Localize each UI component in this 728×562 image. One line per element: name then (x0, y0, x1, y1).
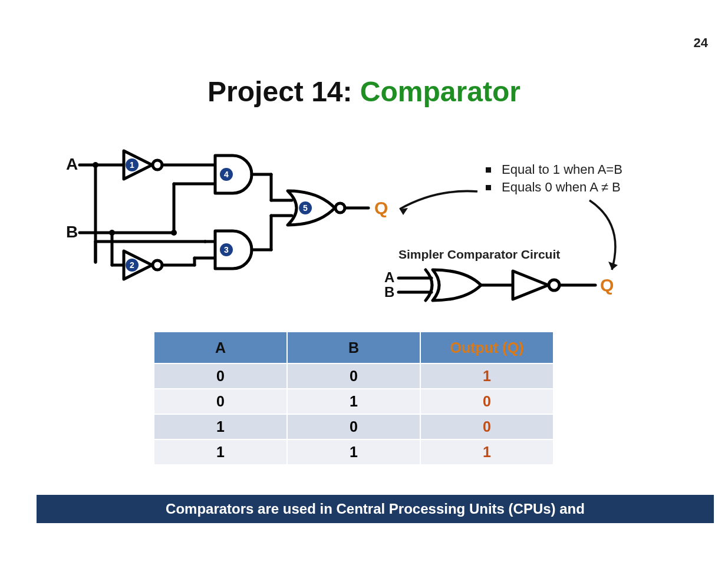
title-accent: Comparator (360, 76, 521, 107)
table-row: 1 0 0 (154, 414, 554, 439)
table-row: 1 1 1 (154, 439, 554, 465)
truth-table: A B Output (Q) 0 0 1 0 1 0 1 0 0 1 (153, 331, 554, 465)
simple-circuit-diagram: Simpler Comparator Circuit A B Q (377, 247, 625, 312)
output-q-label: Q (374, 198, 388, 217)
bullet-text: Equal to 1 when A=B (502, 162, 622, 177)
table-row: 0 0 1 (154, 363, 554, 389)
cell-b: 1 (287, 389, 420, 414)
main-circuit-svg: 1 2 3 4 5 A B Q (59, 141, 389, 306)
svg-point-37 (549, 280, 559, 290)
cell-b: 0 (287, 363, 420, 389)
table-row: 0 1 0 (154, 389, 554, 414)
cell-b: 0 (287, 414, 420, 439)
bullet-text: Equals 0 when A ≠ B (502, 180, 621, 195)
header-a: A (154, 332, 287, 363)
cell-q: 1 (420, 439, 554, 465)
cell-b: 1 (287, 439, 420, 465)
header-q: Output (Q) (420, 332, 554, 363)
slide-title: Project 14: Comparator (0, 75, 728, 108)
table-header-row: A B Output (Q) (154, 332, 554, 363)
svg-point-27 (109, 230, 115, 236)
cell-q: 0 (420, 414, 554, 439)
gate-badge-2: 2 (130, 260, 134, 270)
input-b-label: B (66, 223, 78, 241)
footer-note: Comparators are used in Central Processi… (37, 495, 714, 523)
cell-a: 1 (154, 414, 287, 439)
title-prefix: Project 14: (207, 76, 360, 107)
simple-circuit-svg: A B Q (377, 262, 625, 315)
cell-a: 0 (154, 389, 287, 414)
simple-input-b-label: B (384, 284, 394, 300)
cell-a: 1 (154, 439, 287, 465)
svg-point-26 (93, 162, 98, 168)
bullet-not-equal: Equals 0 when A ≠ B (486, 180, 680, 195)
simple-output-q-label: Q (600, 275, 614, 295)
slide: 24 Project 14: Comparator (0, 0, 728, 562)
bullet-equal: Equal to 1 when A=B (486, 162, 680, 177)
output-description-list: Equal to 1 when A=B Equals 0 when A ≠ B (486, 162, 680, 197)
gate-badge-1: 1 (130, 160, 134, 170)
gate-badge-5: 5 (303, 203, 308, 213)
bullet-icon (486, 167, 491, 173)
gate-badge-4: 4 (224, 170, 229, 179)
gate-badge-3: 3 (224, 245, 229, 254)
main-circuit-diagram: 1 2 3 4 5 A B Q (59, 141, 389, 306)
svg-point-28 (171, 230, 177, 236)
page-number: 24 (694, 35, 708, 51)
simple-circuit-title: Simpler Comparator Circuit (398, 247, 560, 262)
cell-q: 0 (420, 389, 554, 414)
cell-q: 1 (420, 363, 554, 389)
input-a-label: A (66, 155, 78, 173)
simple-input-a-label: A (384, 269, 394, 285)
arrow-to-q-icon (389, 186, 483, 221)
header-b: B (287, 332, 420, 363)
bullet-icon (486, 185, 491, 190)
cell-a: 0 (154, 363, 287, 389)
footer-text: Comparators are used in Central Processi… (166, 501, 585, 517)
